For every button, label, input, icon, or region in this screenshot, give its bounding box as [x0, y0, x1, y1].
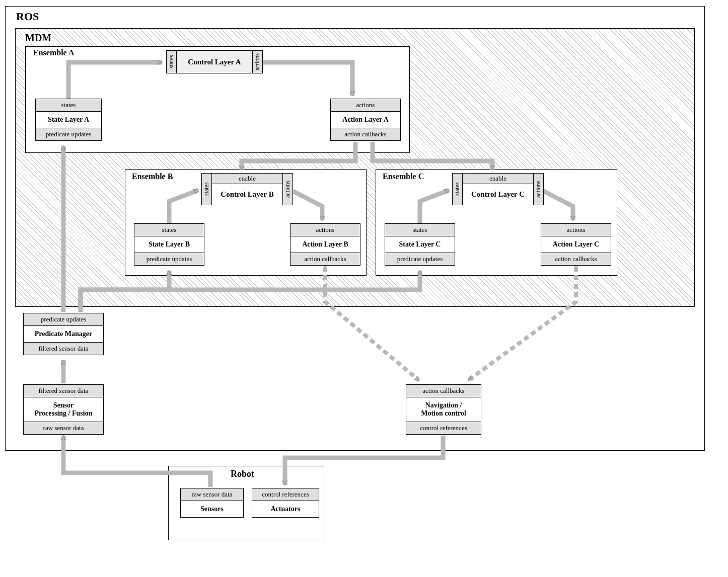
- control-b-port-left: states: [201, 173, 212, 205]
- mdm-title: MDM: [23, 32, 53, 44]
- state-c-main: State Layer C: [385, 236, 455, 253]
- sensorproc-port-top: filtered sensor data: [24, 385, 103, 397]
- control-layer-a: states Control Layer A actions: [166, 50, 263, 73]
- state-a-main: State Layer A: [36, 112, 101, 128]
- control-b-main: Control Layer B: [212, 184, 282, 205]
- sensors-port-top: raw sensor data: [181, 488, 243, 501]
- nav-main: Navigation / Motion control: [406, 397, 481, 422]
- ensemble-b-title: Ensemble B: [130, 172, 175, 181]
- action-a-main: Action Layer A: [331, 112, 400, 128]
- control-a-port-left: states: [166, 50, 177, 73]
- state-layer-c: states State Layer C predicate updates: [385, 223, 455, 266]
- ensemble-a-title: Ensemble A: [31, 48, 76, 57]
- state-c-port-top: states: [385, 224, 455, 236]
- predmgr-port-top: predicate updates: [24, 313, 103, 326]
- control-layer-b: states enable Control Layer B actions: [201, 173, 293, 205]
- control-b-enable: enable: [212, 174, 282, 184]
- predmgr-port-bot: filtered sensor data: [24, 343, 103, 355]
- control-c-enable: enable: [463, 174, 533, 184]
- sensor-processing: filtered sensor data Sensor Processing /…: [23, 384, 104, 435]
- state-layer-a: states State Layer A predicate updates: [35, 99, 102, 141]
- control-c-port-right: actions: [533, 173, 544, 205]
- action-layer-c: actions Action Layer C action callbacks: [541, 223, 611, 266]
- control-layer-c: states enable Control Layer C actions: [452, 173, 544, 205]
- action-b-port-bot: action callbacks: [290, 253, 360, 265]
- action-a-port-top: actions: [331, 99, 400, 112]
- state-b-main: State Layer B: [134, 236, 204, 253]
- control-a-main: Control Layer A: [177, 51, 252, 73]
- action-layer-b: actions Action Layer B action callbacks: [290, 223, 360, 266]
- actuators-main: Actuators: [252, 501, 319, 517]
- state-a-port-top: states: [36, 99, 101, 112]
- action-b-main: Action Layer B: [290, 236, 360, 253]
- sensorproc-main: Sensor Processing / Fusion: [24, 397, 103, 422]
- control-c-main: Control Layer C: [463, 184, 533, 205]
- actuators: control references Actuators: [252, 488, 319, 518]
- action-a-port-bot: action callbacks: [331, 128, 400, 140]
- predmgr-main: Predicate Manager: [24, 326, 103, 343]
- robot-title: Robot: [229, 469, 256, 479]
- nav-port-bot: control references: [406, 422, 481, 434]
- action-b-port-top: actions: [290, 224, 360, 236]
- navigation: action callbacks Navigation / Motion con…: [406, 384, 481, 435]
- state-b-port-bot: predicate updates: [134, 253, 204, 265]
- action-c-main: Action Layer C: [541, 236, 611, 253]
- state-a-port-bot: predicate updates: [36, 128, 101, 140]
- state-c-port-bot: predicate updates: [385, 253, 455, 265]
- control-c-port-left: states: [452, 173, 463, 205]
- predicate-manager: predicate updates Predicate Manager filt…: [23, 313, 104, 355]
- actuators-port-top: control references: [252, 488, 319, 501]
- ensemble-c-title: Ensemble C: [381, 172, 426, 181]
- action-c-port-bot: action callbacks: [541, 253, 611, 265]
- sensorproc-port-bot: raw sensor data: [24, 422, 103, 434]
- action-layer-a: actions Action Layer A action callbacks: [330, 99, 401, 141]
- sensors-main: Sensors: [181, 501, 243, 517]
- state-b-port-top: states: [134, 224, 204, 236]
- control-b-port-right: actions: [282, 173, 293, 205]
- action-c-port-top: actions: [541, 224, 611, 236]
- nav-port-top: action callbacks: [406, 385, 481, 397]
- control-a-port-right: actions: [252, 50, 263, 73]
- ros-title: ROS: [14, 10, 41, 23]
- sensors: raw sensor data Sensors: [180, 488, 244, 518]
- state-layer-b: states State Layer B predicate updates: [134, 223, 204, 266]
